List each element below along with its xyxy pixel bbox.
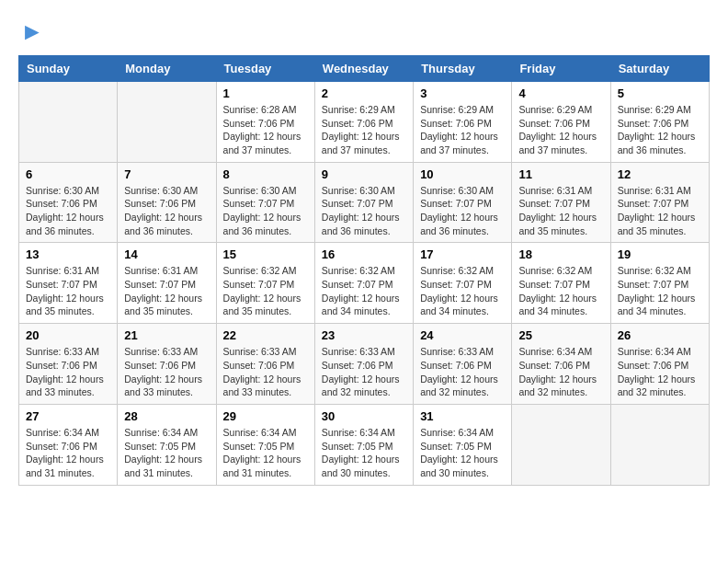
day-info: Sunrise: 6:30 AM Sunset: 7:07 PM Dayligh… xyxy=(223,184,308,238)
column-header-friday: Friday xyxy=(512,55,610,81)
day-number: 8 xyxy=(223,167,308,181)
calendar-cell: 19Sunrise: 6:32 AM Sunset: 7:07 PM Dayli… xyxy=(610,243,709,324)
day-info: Sunrise: 6:34 AM Sunset: 7:06 PM Dayligh… xyxy=(618,345,702,399)
calendar-table: SundayMondayTuesdayWednesdayThursdayFrid… xyxy=(18,55,710,486)
day-info: Sunrise: 6:31 AM Sunset: 7:07 PM Dayligh… xyxy=(124,264,209,318)
calendar-cell: 1Sunrise: 6:28 AM Sunset: 7:06 PM Daylig… xyxy=(216,81,314,162)
column-header-tuesday: Tuesday xyxy=(216,55,314,81)
calendar-cell: 20Sunrise: 6:33 AM Sunset: 7:06 PM Dayli… xyxy=(19,324,118,405)
day-number: 7 xyxy=(124,167,209,181)
day-info: Sunrise: 6:33 AM Sunset: 7:06 PM Dayligh… xyxy=(420,345,505,399)
day-info: Sunrise: 6:31 AM Sunset: 7:07 PM Dayligh… xyxy=(26,264,110,318)
calendar-week-row: 6Sunrise: 6:30 AM Sunset: 7:06 PM Daylig… xyxy=(19,162,710,243)
day-info: Sunrise: 6:32 AM Sunset: 7:07 PM Dayligh… xyxy=(618,264,702,318)
calendar-cell: 14Sunrise: 6:31 AM Sunset: 7:07 PM Dayli… xyxy=(118,243,216,324)
day-info: Sunrise: 6:34 AM Sunset: 7:06 PM Dayligh… xyxy=(518,345,603,399)
column-header-monday: Monday xyxy=(118,55,216,81)
page-header: ► xyxy=(18,18,710,46)
calendar-week-row: 13Sunrise: 6:31 AM Sunset: 7:07 PM Dayli… xyxy=(19,243,710,324)
day-number: 17 xyxy=(420,247,505,261)
calendar-cell: 17Sunrise: 6:32 AM Sunset: 7:07 PM Dayli… xyxy=(414,243,512,324)
day-number: 22 xyxy=(223,328,308,342)
day-info: Sunrise: 6:34 AM Sunset: 7:05 PM Dayligh… xyxy=(223,426,308,480)
calendar-cell xyxy=(118,81,216,162)
calendar-cell: 18Sunrise: 6:32 AM Sunset: 7:07 PM Dayli… xyxy=(512,243,610,324)
day-info: Sunrise: 6:32 AM Sunset: 7:07 PM Dayligh… xyxy=(223,264,308,318)
day-number: 30 xyxy=(322,409,406,423)
calendar-cell: 25Sunrise: 6:34 AM Sunset: 7:06 PM Dayli… xyxy=(512,324,610,405)
column-header-sunday: Sunday xyxy=(19,55,118,81)
calendar-cell: 3Sunrise: 6:29 AM Sunset: 7:06 PM Daylig… xyxy=(414,81,512,162)
calendar-cell: 2Sunrise: 6:29 AM Sunset: 7:06 PM Daylig… xyxy=(314,81,413,162)
calendar-week-row: 1Sunrise: 6:28 AM Sunset: 7:06 PM Daylig… xyxy=(19,81,710,162)
column-header-thursday: Thursday xyxy=(414,55,512,81)
calendar-cell: 6Sunrise: 6:30 AM Sunset: 7:06 PM Daylig… xyxy=(19,162,118,243)
calendar-cell: 31Sunrise: 6:34 AM Sunset: 7:05 PM Dayli… xyxy=(414,404,512,485)
calendar-cell: 28Sunrise: 6:34 AM Sunset: 7:05 PM Dayli… xyxy=(118,404,216,485)
day-number: 5 xyxy=(618,86,702,100)
day-number: 23 xyxy=(322,328,406,342)
day-info: Sunrise: 6:29 AM Sunset: 7:06 PM Dayligh… xyxy=(420,103,505,157)
day-info: Sunrise: 6:33 AM Sunset: 7:06 PM Dayligh… xyxy=(124,345,209,399)
calendar-cell: 24Sunrise: 6:33 AM Sunset: 7:06 PM Dayli… xyxy=(414,324,512,405)
calendar-cell: 16Sunrise: 6:32 AM Sunset: 7:07 PM Dayli… xyxy=(314,243,413,324)
day-number: 2 xyxy=(322,86,406,100)
day-info: Sunrise: 6:29 AM Sunset: 7:06 PM Dayligh… xyxy=(322,103,406,157)
calendar-cell: 7Sunrise: 6:30 AM Sunset: 7:06 PM Daylig… xyxy=(118,162,216,243)
day-number: 3 xyxy=(420,86,505,100)
logo-text: ► xyxy=(18,18,44,46)
day-info: Sunrise: 6:29 AM Sunset: 7:06 PM Dayligh… xyxy=(618,103,702,157)
calendar-cell: 21Sunrise: 6:33 AM Sunset: 7:06 PM Dayli… xyxy=(118,324,216,405)
calendar-cell: 4Sunrise: 6:29 AM Sunset: 7:06 PM Daylig… xyxy=(512,81,610,162)
calendar-cell: 23Sunrise: 6:33 AM Sunset: 7:06 PM Dayli… xyxy=(314,324,413,405)
day-number: 1 xyxy=(223,86,308,100)
calendar-cell: 5Sunrise: 6:29 AM Sunset: 7:06 PM Daylig… xyxy=(610,81,709,162)
day-info: Sunrise: 6:31 AM Sunset: 7:07 PM Dayligh… xyxy=(518,184,603,238)
day-number: 21 xyxy=(124,328,209,342)
calendar-cell: 30Sunrise: 6:34 AM Sunset: 7:05 PM Dayli… xyxy=(314,404,413,485)
calendar-cell xyxy=(610,404,709,485)
day-info: Sunrise: 6:30 AM Sunset: 7:06 PM Dayligh… xyxy=(124,184,209,238)
calendar-cell xyxy=(512,404,610,485)
day-info: Sunrise: 6:34 AM Sunset: 7:06 PM Dayligh… xyxy=(26,426,110,480)
day-number: 26 xyxy=(618,328,702,342)
calendar-cell: 10Sunrise: 6:30 AM Sunset: 7:07 PM Dayli… xyxy=(414,162,512,243)
calendar-cell: 26Sunrise: 6:34 AM Sunset: 7:06 PM Dayli… xyxy=(610,324,709,405)
day-number: 9 xyxy=(322,167,406,181)
day-info: Sunrise: 6:33 AM Sunset: 7:06 PM Dayligh… xyxy=(322,345,406,399)
logo-arrow-icon: ► xyxy=(20,17,44,45)
column-header-saturday: Saturday xyxy=(610,55,709,81)
calendar-cell: 29Sunrise: 6:34 AM Sunset: 7:05 PM Dayli… xyxy=(216,404,314,485)
day-info: Sunrise: 6:28 AM Sunset: 7:06 PM Dayligh… xyxy=(223,103,308,157)
day-number: 18 xyxy=(518,247,603,261)
day-number: 11 xyxy=(518,167,603,181)
day-number: 10 xyxy=(420,167,505,181)
day-info: Sunrise: 6:30 AM Sunset: 7:06 PM Dayligh… xyxy=(26,184,110,238)
day-number: 29 xyxy=(223,409,308,423)
day-number: 6 xyxy=(26,167,110,181)
calendar-cell xyxy=(19,81,118,162)
day-info: Sunrise: 6:31 AM Sunset: 7:07 PM Dayligh… xyxy=(618,184,702,238)
day-number: 31 xyxy=(420,409,505,423)
day-number: 24 xyxy=(420,328,505,342)
day-info: Sunrise: 6:29 AM Sunset: 7:06 PM Dayligh… xyxy=(518,103,603,157)
day-info: Sunrise: 6:32 AM Sunset: 7:07 PM Dayligh… xyxy=(420,264,505,318)
calendar-cell: 22Sunrise: 6:33 AM Sunset: 7:06 PM Dayli… xyxy=(216,324,314,405)
day-info: Sunrise: 6:34 AM Sunset: 7:05 PM Dayligh… xyxy=(322,426,406,480)
calendar-header-row: SundayMondayTuesdayWednesdayThursdayFrid… xyxy=(19,55,710,81)
day-number: 14 xyxy=(124,247,209,261)
day-number: 27 xyxy=(26,409,110,423)
day-number: 12 xyxy=(618,167,702,181)
day-number: 15 xyxy=(223,247,308,261)
day-info: Sunrise: 6:30 AM Sunset: 7:07 PM Dayligh… xyxy=(420,184,505,238)
day-info: Sunrise: 6:33 AM Sunset: 7:06 PM Dayligh… xyxy=(223,345,308,399)
day-number: 20 xyxy=(26,328,110,342)
calendar-cell: 13Sunrise: 6:31 AM Sunset: 7:07 PM Dayli… xyxy=(19,243,118,324)
logo: ► xyxy=(18,18,44,46)
day-number: 28 xyxy=(124,409,209,423)
day-number: 13 xyxy=(26,247,110,261)
day-info: Sunrise: 6:30 AM Sunset: 7:07 PM Dayligh… xyxy=(322,184,406,238)
calendar-cell: 8Sunrise: 6:30 AM Sunset: 7:07 PM Daylig… xyxy=(216,162,314,243)
day-number: 16 xyxy=(322,247,406,261)
calendar-cell: 27Sunrise: 6:34 AM Sunset: 7:06 PM Dayli… xyxy=(19,404,118,485)
